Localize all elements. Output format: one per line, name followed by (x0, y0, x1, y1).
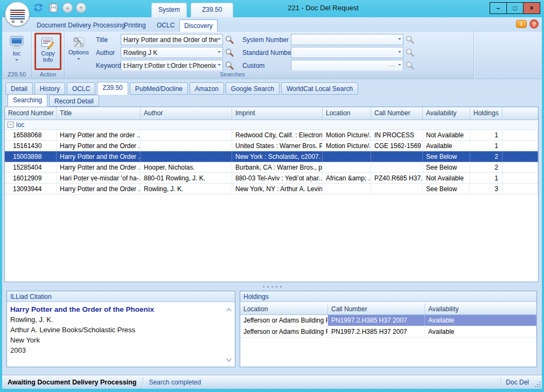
tab-searching[interactable]: Searching (8, 94, 47, 107)
dropdown-icon (15, 59, 18, 62)
citation-title: Harry Potter and the Order of the Phoeni… (10, 304, 223, 314)
ribbon-tab-document-delivery-processing[interactable]: Document Delivery Processing (32, 19, 129, 32)
holdings-row-selected[interactable]: Jefferson or Adams Building Rea... PN199… (240, 315, 536, 326)
table-row[interactable]: 13093944 Harry Potter and the Order ... … (5, 184, 538, 194)
column-header-imprint[interactable]: Imprint (232, 107, 323, 120)
title-search-button[interactable] (223, 34, 236, 45)
dropdown-icon[interactable] (398, 38, 401, 41)
tab-pubmed-docline[interactable]: PubMed/Docline (130, 82, 188, 95)
group-row-loc[interactable]: − loc (5, 120, 538, 130)
feedback-icon[interactable]: i (516, 20, 527, 28)
cell-title: Hari Poṭer ṿe-misdar ʻof ha-... (57, 173, 141, 183)
title-field-value: Harry Potter and the Order of the ... (123, 36, 218, 44)
tab-detail[interactable]: Detail (5, 82, 33, 95)
tab-google-search[interactable]: Google Search (226, 82, 280, 95)
dropdown-icon[interactable] (218, 51, 221, 54)
resize-grip[interactable] (533, 380, 541, 388)
minimize-button[interactable]: – (490, 2, 507, 14)
tab-worldcat-local-search[interactable]: WorldCat Local Search (281, 82, 358, 95)
custom-label: Custom (242, 62, 291, 69)
cell-holdings: 1 (470, 141, 503, 151)
keyword-search-button[interactable] (223, 60, 236, 71)
holdings-cell-availability: Available (425, 315, 536, 326)
holdings-column-availability[interactable]: Availability (425, 303, 536, 314)
collapse-ribbon-button[interactable]: ▲ (62, 3, 73, 13)
custom-field[interactable]: ··· (291, 60, 403, 71)
table-row-selected[interactable]: 15003898 Harry Potter and the Order ... … (5, 151, 538, 162)
holdings-row[interactable]: Jefferson or Adams Building Rea... PN199… (240, 326, 536, 338)
cell-title: Harry Potter and the Order ... (57, 162, 141, 172)
column-header-availability[interactable]: Availability (423, 107, 470, 120)
title-label: Title (96, 36, 121, 44)
column-header-location[interactable]: Location (323, 107, 371, 120)
scroll-up-icon[interactable] (225, 306, 233, 314)
cell-location: Motion Picture/... (323, 141, 371, 151)
close-button[interactable]: × (523, 2, 540, 14)
cell-title: Harry Potter and the Order ... (57, 184, 141, 194)
table-row[interactable]: 16012909 Hari Poṭer ṿe-misdar ʻof ha-...… (5, 173, 538, 184)
dropdown-icon[interactable] (218, 64, 221, 67)
ribbon-tab-printing[interactable]: Printing (120, 19, 150, 32)
save-icon[interactable] (47, 2, 59, 13)
column-header-title[interactable]: Title (57, 107, 141, 120)
tab-z3950[interactable]: Z39.50 (97, 82, 128, 95)
search-icon (225, 35, 234, 45)
ribbon-tab-oclc[interactable]: OCLC (152, 19, 179, 32)
copy-info-icon (41, 37, 55, 50)
table-row[interactable]: 15285404 Harry Potter and the Order ... … (5, 162, 538, 173)
standard-number-search-button[interactable] (403, 47, 416, 58)
custom-search-button[interactable] (403, 60, 416, 71)
dropdown-icon[interactable] (218, 38, 221, 41)
system-number-field[interactable] (291, 34, 403, 45)
options-button-label: Options (68, 49, 89, 55)
holdings-cell-location: Jefferson or Adams Building Rea... (240, 326, 328, 337)
scroll-down-icon[interactable] (225, 356, 233, 363)
table-row[interactable]: 16588068 Harry Potter and the order ... … (5, 130, 538, 141)
column-header-empty (503, 107, 538, 120)
holdings-panel-title: Holdings (240, 291, 536, 302)
keyword-field[interactable]: t:Harry t:Potter t:Order t:Phoenix ... (121, 60, 223, 71)
holdings-column-location[interactable]: Location (240, 303, 328, 314)
group-row-label: loc (16, 121, 24, 129)
column-header-record-number[interactable]: Record Number (5, 107, 57, 120)
tab-record-detail[interactable]: Record Detail (49, 95, 99, 107)
tab-oclc[interactable]: OCLC (67, 82, 95, 95)
dropdown-icon[interactable] (398, 51, 401, 54)
ribbon-group-z3950: loc Z39.50 (2, 32, 32, 79)
loc-button[interactable]: loc (4, 33, 29, 69)
search-icon (225, 61, 234, 71)
app-logo-icon[interactable] (5, 2, 30, 26)
ctx-tab-system[interactable]: System (151, 3, 187, 17)
title-field[interactable]: Harry Potter and the Order of the ... (121, 34, 223, 45)
system-number-search-button[interactable] (403, 34, 416, 45)
cell-empty (503, 130, 538, 140)
column-header-holdings[interactable]: Holdings (470, 107, 503, 120)
collapse-icon[interactable]: − (8, 122, 13, 128)
maximize-button[interactable]: □ (506, 2, 524, 14)
dropdown-icon (77, 58, 80, 61)
ellipsis-icon[interactable]: ··· (388, 62, 396, 69)
copy-info-button[interactable]: Copy Info (37, 34, 59, 68)
standard-number-field[interactable] (291, 47, 403, 58)
tab-amazon[interactable]: Amazon (190, 82, 224, 95)
tab-history[interactable]: History (34, 82, 65, 95)
doc-del-request-window: { "window": { "title": "221 - Doc Del Re… (0, 0, 544, 392)
horizontal-splitter[interactable] (2, 284, 542, 289)
standard-number-label: Standard Number (242, 49, 291, 57)
cell-call-number (371, 162, 423, 172)
dropdown-icon[interactable] (398, 64, 401, 67)
status-mode: Doc Del (501, 379, 533, 386)
citation-year: 2003 (10, 345, 223, 355)
ribbon-tab-discovery[interactable]: Discovery (179, 19, 218, 32)
options-button[interactable]: Options (66, 33, 92, 69)
author-field[interactable]: Rowling J K (121, 47, 223, 58)
column-header-author[interactable]: Author (141, 107, 232, 120)
help-icon[interactable]: ? (529, 19, 539, 29)
table-row[interactable]: 15161430 Harry Potter and the Order ... … (5, 141, 538, 151)
author-search-button[interactable] (223, 47, 236, 58)
holdings-column-call-number[interactable]: Call Number (328, 303, 425, 314)
column-header-call-number[interactable]: Call Number (371, 107, 423, 120)
refresh-icon[interactable] (32, 2, 44, 13)
citation-publisher: Arthur A. Levine Books/Scholastic Press (10, 325, 223, 335)
expand-ribbon-button[interactable]: ▼ (76, 3, 86, 13)
